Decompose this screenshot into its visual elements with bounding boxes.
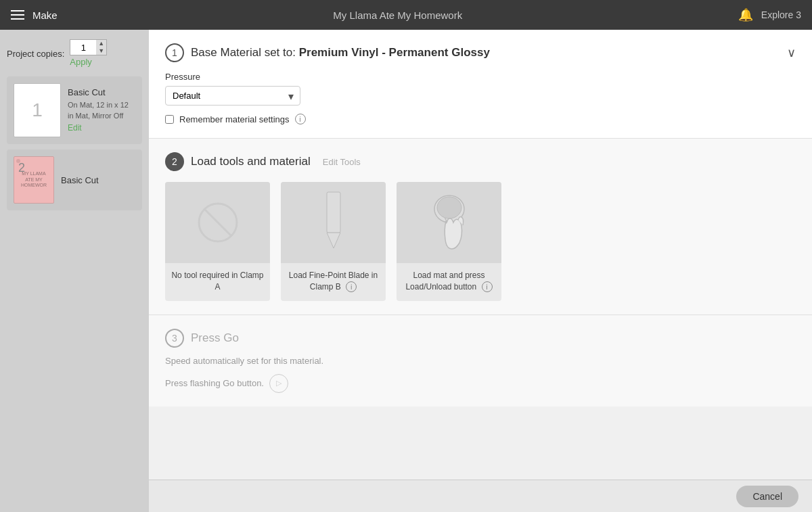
svg-marker-3 bbox=[327, 233, 340, 248]
copies-down-arrow[interactable]: ▼ bbox=[96, 47, 106, 55]
svg-rect-2 bbox=[327, 192, 340, 233]
menu-icon[interactable] bbox=[11, 10, 24, 20]
mat-label-2: Basic Cut bbox=[61, 175, 99, 185]
section-2-title: Load tools and material bbox=[191, 155, 311, 168]
step-circle-2: 2 bbox=[165, 152, 184, 171]
section-3: 3 Press Go Speed automatically set for t… bbox=[149, 315, 812, 406]
section-1-header: 1 Base Material set to: Premium Vinyl - … bbox=[165, 43, 796, 62]
top-nav: Make My Llama Ate My Homework 🔔 Explore … bbox=[0, 0, 812, 30]
explore-label: Explore 3 bbox=[761, 9, 801, 20]
tool-label-1: No tool required in Clamp A bbox=[165, 270, 270, 293]
speed-text: Speed automatically set for this materia… bbox=[165, 356, 796, 366]
section-1-title-row: 1 Base Material set to: Premium Vinyl - … bbox=[165, 43, 490, 62]
press-flashing-row: Press flashing Go button. ▷ bbox=[165, 374, 796, 393]
no-tool-icon bbox=[194, 199, 242, 246]
mat-info-1: Basic Cut On Mat, 12 in x 12 in Mat, Mir… bbox=[68, 87, 135, 133]
pressure-select[interactable]: Default More Less bbox=[165, 86, 300, 106]
sidebar: Project copies: ▲ ▼ Apply 1 Basic Cut On… bbox=[0, 30, 149, 512]
mat-number-1: 1 bbox=[32, 99, 43, 121]
bottom-bar: Cancel bbox=[149, 480, 812, 512]
step-circle-1: 1 bbox=[165, 43, 184, 62]
chevron-down-icon[interactable]: ∨ bbox=[787, 45, 796, 60]
section-1: 1 Base Material set to: Premium Vinyl - … bbox=[149, 30, 812, 139]
edit-tools-link[interactable]: Edit Tools bbox=[323, 157, 361, 167]
pressure-row: Pressure Default More Less bbox=[165, 72, 796, 106]
bell-icon[interactable]: 🔔 bbox=[738, 7, 753, 22]
apply-button[interactable]: Apply bbox=[70, 55, 107, 68]
tool-image-2 bbox=[281, 182, 386, 263]
section-1-title-prefix: Base Material set to: bbox=[191, 46, 296, 59]
mat-label-1: Basic Cut bbox=[68, 87, 135, 97]
copies-arrows: ▲ ▼ bbox=[96, 40, 106, 55]
project-title: My Llama Ate My Homework bbox=[333, 9, 462, 21]
mat-number-2: 2 bbox=[18, 161, 25, 175]
tool-image-3 bbox=[397, 182, 501, 263]
tool-card-1: No tool required in Clamp A bbox=[165, 182, 270, 301]
press-flashing-text: Press flashing Go button. bbox=[165, 378, 264, 388]
tool-card-3: Load mat and press Load/Unload button i bbox=[397, 182, 501, 301]
material-name: Premium Vinyl - Permanent Glossy bbox=[299, 46, 490, 59]
make-label: Make bbox=[32, 9, 58, 21]
cancel-button[interactable]: Cancel bbox=[736, 486, 798, 507]
mat-thumbnail-2: MY LLAMAATE MYHOMEWOR 2 bbox=[14, 156, 54, 204]
mat-card-1: 1 Basic Cut On Mat, 12 in x 12 in Mat, M… bbox=[7, 76, 142, 144]
svg-line-1 bbox=[204, 209, 231, 236]
mat-edit-link-1[interactable]: Edit bbox=[68, 123, 82, 133]
project-copies-row: Project copies: ▲ ▼ Apply bbox=[7, 37, 142, 71]
info-icon-3[interactable]: i bbox=[482, 281, 493, 292]
tool-card-2: Load Fine-Point Blade in Clamp B i bbox=[281, 182, 386, 301]
section-2: 2 Load tools and material Edit Tools No … bbox=[149, 139, 812, 315]
blade-icon bbox=[320, 189, 347, 256]
info-icon-1[interactable]: i bbox=[295, 114, 306, 124]
section-3-title-row: 3 Press Go bbox=[165, 329, 796, 348]
remember-label: Remember material settings bbox=[179, 114, 290, 124]
section-1-title: Base Material set to: Premium Vinyl - Pe… bbox=[191, 46, 490, 60]
main-content: 1 Base Material set to: Premium Vinyl - … bbox=[149, 30, 812, 512]
play-circle-icon[interactable]: ▷ bbox=[269, 374, 288, 393]
tool-label-3: Load mat and press Load/Unload button i bbox=[397, 270, 501, 293]
tools-grid: No tool required in Clamp A Load Fine-Po… bbox=[165, 182, 796, 301]
mat-details-1: On Mat, 12 in x 12 in Mat, Mirror Off bbox=[68, 100, 135, 121]
remember-row: Remember material settings i bbox=[165, 114, 796, 124]
main-layout: Project copies: ▲ ▼ Apply 1 Basic Cut On… bbox=[0, 30, 812, 512]
project-copies-label: Project copies: bbox=[7, 49, 64, 59]
mat-card-2: MY LLAMAATE MYHOMEWOR 2 Basic Cut bbox=[7, 149, 142, 210]
copies-control: ▲ ▼ Apply bbox=[70, 39, 107, 68]
section-3-title: Press Go bbox=[191, 331, 239, 345]
remember-checkbox[interactable] bbox=[165, 115, 174, 124]
copies-up-arrow[interactable]: ▲ bbox=[96, 40, 106, 47]
section-2-title-row: 2 Load tools and material Edit Tools bbox=[165, 152, 796, 171]
step-circle-3: 3 bbox=[165, 329, 184, 348]
pressure-select-wrap: Default More Less bbox=[165, 86, 300, 106]
mat-info-2: Basic Cut bbox=[61, 175, 99, 185]
tool-label-2: Load Fine-Point Blade in Clamp B i bbox=[281, 270, 386, 293]
tool-image-1 bbox=[165, 182, 270, 263]
pressure-label: Pressure bbox=[165, 72, 796, 82]
copies-input[interactable] bbox=[70, 40, 96, 55]
mat-thumbnail-1: 1 bbox=[14, 83, 61, 137]
load-mat-icon bbox=[415, 189, 483, 256]
svg-point-5 bbox=[437, 197, 461, 218]
info-icon-2[interactable]: i bbox=[346, 281, 357, 292]
